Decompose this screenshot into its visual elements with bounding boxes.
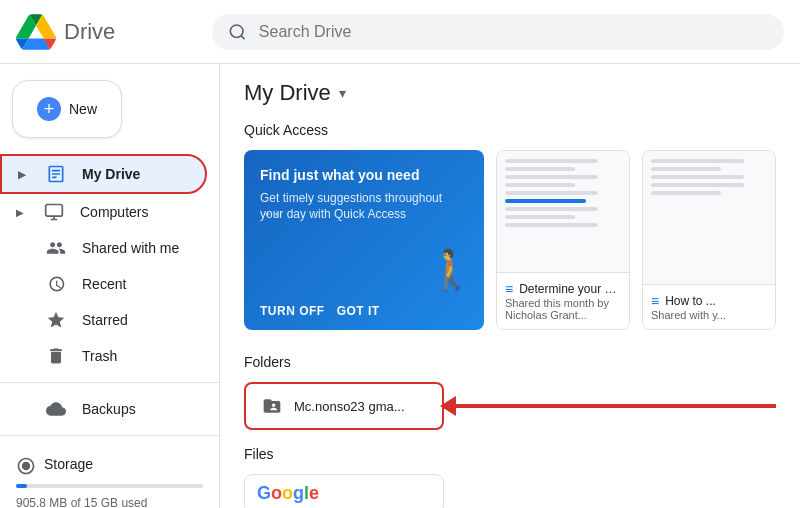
drive-logo-icon bbox=[16, 12, 56, 52]
doc-info-2: ≡ How to ... Shared with y... bbox=[643, 284, 775, 329]
main-layout: + New ▶ My Drive ▶ Computers bbox=[0, 64, 800, 508]
folder-card-wrapper: Mc.nonso23 gma... bbox=[244, 382, 776, 430]
my-drive-icon bbox=[46, 164, 66, 184]
arrow-line bbox=[456, 404, 776, 408]
doc-link-line bbox=[505, 199, 586, 203]
doc-preview-2 bbox=[643, 151, 775, 284]
sidebar-item-trash[interactable]: Trash bbox=[0, 338, 207, 374]
trash-icon bbox=[46, 346, 66, 366]
doc-info-1: ≡ Determine your util... Shared this mon… bbox=[497, 272, 629, 329]
files-section: Files Google bbox=[244, 446, 776, 508]
doc-icon-2: ≡ bbox=[651, 293, 659, 309]
doc-line bbox=[651, 167, 721, 171]
promo-actions: TURN OFF GOT IT bbox=[260, 304, 380, 318]
page-title-dropdown[interactable]: ▾ bbox=[339, 85, 346, 101]
computers-label: Computers bbox=[80, 204, 148, 220]
shared-icon bbox=[46, 238, 66, 258]
red-arrow bbox=[456, 404, 776, 408]
promo-title: Find just what you need bbox=[260, 166, 468, 186]
sidebar: + New ▶ My Drive ▶ Computers bbox=[0, 64, 220, 508]
doc-icon: ≡ bbox=[505, 281, 513, 297]
doc-title-2: How to ... bbox=[665, 294, 716, 308]
doc-icon-row: ≡ Determine your util... bbox=[505, 281, 621, 297]
page-title: My Drive bbox=[244, 80, 331, 106]
doc-icon-row-2: ≡ How to ... bbox=[651, 293, 767, 309]
doc-sub-1: Shared this month by Nicholas Grant... bbox=[505, 297, 621, 321]
backups-icon bbox=[46, 399, 66, 419]
folder-name: Mc.nonso23 gma... bbox=[294, 399, 405, 414]
page-title-row: My Drive ▾ bbox=[244, 80, 776, 106]
backups-label: Backups bbox=[82, 401, 136, 417]
chevron-icon: ▶ bbox=[18, 169, 26, 180]
doc-line bbox=[505, 175, 598, 179]
doc-line bbox=[505, 215, 575, 219]
recent-label: Recent bbox=[82, 276, 126, 292]
plus-icon: + bbox=[37, 97, 61, 121]
svg-rect-4 bbox=[52, 177, 57, 179]
search-icon bbox=[228, 22, 247, 42]
svg-rect-5 bbox=[46, 205, 63, 217]
storage-fill bbox=[16, 484, 27, 488]
recent-icon bbox=[46, 274, 66, 294]
promo-figure: 🚶 bbox=[426, 247, 476, 294]
doc-line bbox=[505, 159, 598, 163]
doc-preview-1 bbox=[497, 151, 629, 272]
quick-access-label: Quick Access bbox=[244, 122, 776, 138]
quick-access-doc-1[interactable]: ≡ Determine your util... Shared this mon… bbox=[496, 150, 630, 330]
sidebar-item-recent[interactable]: Recent bbox=[0, 266, 207, 302]
turn-off-button[interactable]: TURN OFF bbox=[260, 304, 325, 318]
shared-label: Shared with me bbox=[82, 240, 179, 256]
logo-area: Drive bbox=[16, 12, 196, 52]
sidebar-divider-2 bbox=[0, 435, 219, 436]
quick-access-doc-2[interactable]: ≡ How to ... Shared with y... bbox=[642, 150, 776, 330]
search-input[interactable] bbox=[259, 23, 768, 41]
doc-line bbox=[505, 191, 598, 195]
sidebar-item-shared[interactable]: Shared with me bbox=[0, 230, 207, 266]
starred-icon bbox=[46, 310, 66, 330]
quick-access-grid: Find just what you need Get timely sugge… bbox=[244, 150, 776, 330]
storage-used: 905.8 MB of 15 GB used bbox=[16, 496, 203, 508]
app-title: Drive bbox=[64, 19, 115, 45]
svg-rect-2 bbox=[52, 170, 60, 172]
svg-point-6 bbox=[22, 462, 30, 470]
my-drive-label: My Drive bbox=[82, 166, 140, 182]
quick-access-promo-card[interactable]: Find just what you need Get timely sugge… bbox=[244, 150, 484, 330]
storage-bar bbox=[16, 484, 203, 488]
promo-subtitle: Get timely suggestions throughout your d… bbox=[260, 190, 468, 224]
sidebar-item-computers[interactable]: ▶ Computers bbox=[0, 194, 207, 230]
search-bar[interactable] bbox=[212, 14, 784, 50]
topbar: Drive bbox=[0, 0, 800, 64]
arrow-head bbox=[440, 396, 456, 416]
doc-sub-2: Shared with y... bbox=[651, 309, 767, 321]
doc-lines-2 bbox=[651, 159, 767, 195]
doc-line bbox=[505, 207, 598, 211]
chevron-icon: ▶ bbox=[16, 207, 24, 218]
trash-label: Trash bbox=[82, 348, 117, 364]
doc-title-1: Determine your util... bbox=[519, 282, 621, 296]
svg-line-1 bbox=[241, 35, 244, 38]
doc-line bbox=[505, 223, 598, 227]
new-button-label: New bbox=[69, 101, 97, 117]
doc-line bbox=[651, 183, 744, 187]
google-logo: Google bbox=[257, 483, 319, 504]
doc-line bbox=[505, 183, 575, 187]
doc-line bbox=[651, 159, 744, 163]
svg-rect-3 bbox=[52, 173, 60, 175]
file-card[interactable]: Google bbox=[244, 474, 444, 508]
files-label: Files bbox=[244, 446, 776, 462]
storage-label: Storage bbox=[44, 456, 93, 472]
sidebar-item-starred[interactable]: Starred bbox=[0, 302, 207, 338]
doc-lines bbox=[505, 159, 621, 227]
sidebar-item-backups[interactable]: Backups bbox=[0, 391, 207, 427]
doc-line bbox=[651, 175, 744, 179]
new-button[interactable]: + New bbox=[12, 80, 122, 138]
main-content: My Drive ▾ Quick Access Find just what y… bbox=[220, 64, 800, 508]
sidebar-item-my-drive[interactable]: ▶ My Drive bbox=[0, 154, 207, 194]
got-it-button[interactable]: GOT IT bbox=[337, 304, 380, 318]
folders-label: Folders bbox=[244, 354, 776, 370]
computer-icon bbox=[44, 202, 64, 222]
folder-card[interactable]: Mc.nonso23 gma... bbox=[244, 382, 444, 430]
storage-icon bbox=[16, 456, 36, 476]
folders-section: Folders Mc.nonso23 gma... bbox=[244, 354, 776, 430]
svg-point-0 bbox=[230, 24, 243, 37]
